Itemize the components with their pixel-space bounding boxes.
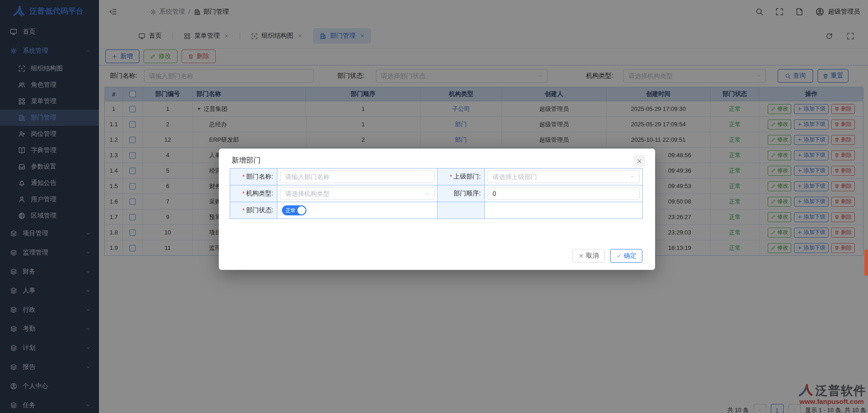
confirm-button[interactable]: 确定 <box>610 249 642 263</box>
confirm-button-label: 确定 <box>624 252 636 260</box>
org-type-field-label: * 机构类型: <box>230 185 277 202</box>
dept-status-toggle[interactable]: 正常 <box>282 205 306 215</box>
required-mark: * <box>242 173 245 180</box>
check-icon <box>616 253 621 259</box>
empty-label-cell <box>438 202 485 219</box>
modal-footer: 取消 确定 <box>572 249 642 263</box>
required-mark: * <box>450 173 452 180</box>
cancel-button-label: 取消 <box>586 252 599 260</box>
required-mark: * <box>242 207 245 214</box>
parent-dept-field-label: * 上级部门: <box>438 169 485 185</box>
required-mark: * <box>242 190 245 197</box>
modal-title: 新增部门 <box>232 156 261 165</box>
toggle-label: 正常 <box>286 207 296 214</box>
dept-name-input[interactable] <box>280 170 434 183</box>
dept-order-field-label: 部门顺序: <box>438 185 485 202</box>
cancel-button[interactable]: 取消 <box>572 249 605 263</box>
add-department-modal: 新增部门 * 部门名称: * 上级部门: * 机构类型: <box>219 149 655 270</box>
org-type-select[interactable] <box>280 187 434 200</box>
close-icon <box>636 158 642 164</box>
dept-order-input[interactable] <box>488 187 640 200</box>
modal-close-button[interactable] <box>633 155 645 167</box>
dept-name-field-label: * 部门名称: <box>230 169 277 185</box>
close-icon <box>578 253 584 259</box>
modal-form: * 部门名称: * 上级部门: * 机构类型: 部门顺序 <box>230 168 643 219</box>
scrollbar-thumb[interactable] <box>864 249 868 276</box>
toggle-knob <box>297 206 306 214</box>
empty-field-cell <box>485 202 643 219</box>
dept-status-field-label: * 部门状态: <box>230 202 277 219</box>
parent-dept-select[interactable] <box>488 170 640 183</box>
